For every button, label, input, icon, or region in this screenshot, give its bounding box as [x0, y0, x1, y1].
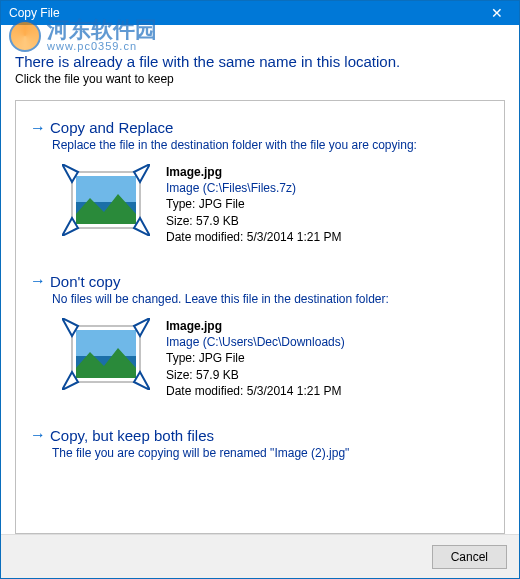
option-title: Copy, but keep both files [50, 427, 214, 444]
window-title: Copy File [9, 6, 60, 20]
file-info-row: Image.jpg Image (C:\Users\Dec\Downloads)… [62, 318, 490, 399]
dialog-footer: Cancel [1, 534, 519, 578]
file-modified: Date modified: 5/3/2014 1:21 PM [166, 383, 345, 399]
titlebar: Copy File ✕ [1, 1, 519, 25]
option-copy-replace[interactable]: → Copy and Replace Replace the file in t… [16, 109, 504, 263]
headline-text: There is already a file with the same na… [15, 53, 505, 70]
file-modified: Date modified: 5/3/2014 1:21 PM [166, 229, 341, 245]
subhead-text: Click the file you want to keep [15, 72, 505, 86]
file-meta: Image.jpg Image (C:\Users\Dec\Downloads)… [166, 318, 345, 399]
options-container: → Copy and Replace Replace the file in t… [15, 100, 505, 534]
file-info-row: Image.jpg Image (C:\Files\Files.7z) Type… [62, 164, 490, 245]
option-desc: No files will be changed. Leave this fil… [52, 292, 490, 306]
option-desc: The file you are copying will be renamed… [52, 446, 490, 460]
close-button[interactable]: ✕ [475, 1, 519, 25]
arrow-right-icon: → [30, 273, 46, 289]
option-title: Copy and Replace [50, 119, 173, 136]
arrow-right-icon: → [30, 120, 46, 136]
file-size: Size: 57.9 KB [166, 367, 345, 383]
file-name: Image.jpg [166, 164, 341, 180]
file-thumbnail-icon [62, 318, 150, 390]
file-meta: Image.jpg Image (C:\Files\Files.7z) Type… [166, 164, 341, 245]
file-size: Size: 57.9 KB [166, 213, 341, 229]
option-desc: Replace the file in the destination fold… [52, 138, 490, 152]
file-name: Image.jpg [166, 318, 345, 334]
cancel-button[interactable]: Cancel [432, 545, 507, 569]
file-path: Image (C:\Files\Files.7z) [166, 180, 341, 196]
close-icon: ✕ [491, 5, 503, 21]
file-path: Image (C:\Users\Dec\Downloads) [166, 334, 345, 350]
file-thumbnail-icon [62, 164, 150, 236]
option-title: Don't copy [50, 273, 120, 290]
arrow-right-icon: → [30, 427, 46, 443]
file-type: Type: JPG File [166, 350, 345, 366]
dialog-header: There is already a file with the same na… [1, 25, 519, 92]
option-keep-both[interactable]: → Copy, but keep both files The file you… [16, 417, 504, 478]
option-dont-copy[interactable]: → Don't copy No files will be changed. L… [16, 263, 504, 417]
file-type: Type: JPG File [166, 196, 341, 212]
